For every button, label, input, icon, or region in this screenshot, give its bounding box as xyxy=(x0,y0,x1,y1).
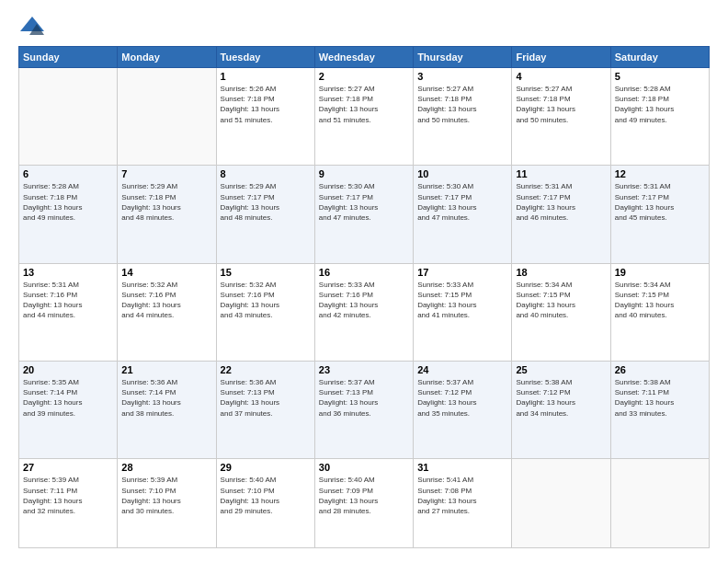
day-number: 2 xyxy=(319,71,409,82)
calendar-day-header: Sunday xyxy=(19,47,118,68)
calendar-cell: 19Sunrise: 5:34 AM Sunset: 7:15 PM Dayli… xyxy=(610,263,709,361)
calendar-day-header: Friday xyxy=(512,47,610,68)
day-info: Sunrise: 5:36 AM Sunset: 7:14 PM Dayligh… xyxy=(121,377,211,419)
calendar-cell: 29Sunrise: 5:40 AM Sunset: 7:10 PM Dayli… xyxy=(216,459,314,548)
calendar-cell: 21Sunrise: 5:36 AM Sunset: 7:14 PM Dayli… xyxy=(118,361,216,458)
day-info: Sunrise: 5:32 AM Sunset: 7:16 PM Dayligh… xyxy=(121,280,211,321)
day-number: 8 xyxy=(221,168,311,179)
day-info: Sunrise: 5:31 AM Sunset: 7:17 PM Dayligh… xyxy=(615,181,705,223)
day-info: Sunrise: 5:31 AM Sunset: 7:17 PM Dayligh… xyxy=(516,181,606,223)
day-info: Sunrise: 5:28 AM Sunset: 7:18 PM Dayligh… xyxy=(23,181,113,223)
calendar-cell: 23Sunrise: 5:37 AM Sunset: 7:13 PM Dayli… xyxy=(314,361,413,458)
day-info: Sunrise: 5:27 AM Sunset: 7:18 PM Dayligh… xyxy=(417,84,507,125)
day-number: 13 xyxy=(23,267,113,278)
day-number: 27 xyxy=(23,462,113,473)
calendar-week-row: 13Sunrise: 5:31 AM Sunset: 7:16 PM Dayli… xyxy=(19,263,710,361)
day-info: Sunrise: 5:27 AM Sunset: 7:18 PM Dayligh… xyxy=(319,84,409,125)
calendar-cell xyxy=(512,459,610,548)
day-info: Sunrise: 5:33 AM Sunset: 7:15 PM Dayligh… xyxy=(417,280,507,321)
calendar-cell: 6Sunrise: 5:28 AM Sunset: 7:18 PM Daylig… xyxy=(19,166,118,263)
day-number: 1 xyxy=(221,71,311,82)
day-info: Sunrise: 5:28 AM Sunset: 7:18 PM Dayligh… xyxy=(615,84,705,125)
day-number: 20 xyxy=(23,364,113,375)
day-number: 16 xyxy=(319,267,409,278)
day-info: Sunrise: 5:32 AM Sunset: 7:16 PM Dayligh… xyxy=(221,280,311,321)
calendar-day-header: Saturday xyxy=(610,47,709,68)
day-number: 19 xyxy=(615,267,705,278)
day-number: 30 xyxy=(319,462,409,473)
day-number: 21 xyxy=(121,364,211,375)
calendar-cell: 12Sunrise: 5:31 AM Sunset: 7:17 PM Dayli… xyxy=(610,166,709,263)
day-number: 3 xyxy=(417,71,507,82)
day-info: Sunrise: 5:29 AM Sunset: 7:18 PM Dayligh… xyxy=(121,181,211,223)
calendar-cell xyxy=(118,68,216,166)
header xyxy=(18,15,710,37)
calendar-cell: 25Sunrise: 5:38 AM Sunset: 7:12 PM Dayli… xyxy=(512,361,610,458)
day-info: Sunrise: 5:39 AM Sunset: 7:11 PM Dayligh… xyxy=(23,475,113,516)
calendar-cell: 20Sunrise: 5:35 AM Sunset: 7:14 PM Dayli… xyxy=(19,361,118,458)
calendar-cell: 27Sunrise: 5:39 AM Sunset: 7:11 PM Dayli… xyxy=(19,459,118,548)
day-number: 31 xyxy=(417,462,507,473)
calendar-header-row: SundayMondayTuesdayWednesdayThursdayFrid… xyxy=(19,47,710,68)
day-info: Sunrise: 5:41 AM Sunset: 7:08 PM Dayligh… xyxy=(417,475,507,516)
day-info: Sunrise: 5:30 AM Sunset: 7:17 PM Dayligh… xyxy=(319,181,409,223)
calendar-cell: 3Sunrise: 5:27 AM Sunset: 7:18 PM Daylig… xyxy=(414,68,512,166)
calendar-cell: 4Sunrise: 5:27 AM Sunset: 7:18 PM Daylig… xyxy=(512,68,610,166)
day-info: Sunrise: 5:26 AM Sunset: 7:18 PM Dayligh… xyxy=(221,84,311,125)
calendar-cell: 17Sunrise: 5:33 AM Sunset: 7:15 PM Dayli… xyxy=(414,263,512,361)
calendar-cell: 2Sunrise: 5:27 AM Sunset: 7:18 PM Daylig… xyxy=(314,68,413,166)
calendar-cell xyxy=(19,68,118,166)
day-number: 23 xyxy=(319,364,409,375)
day-info: Sunrise: 5:34 AM Sunset: 7:15 PM Dayligh… xyxy=(516,280,606,321)
calendar-cell: 1Sunrise: 5:26 AM Sunset: 7:18 PM Daylig… xyxy=(216,68,314,166)
calendar-week-row: 27Sunrise: 5:39 AM Sunset: 7:11 PM Dayli… xyxy=(19,459,710,548)
day-number: 25 xyxy=(516,364,606,375)
calendar-table: SundayMondayTuesdayWednesdayThursdayFrid… xyxy=(18,46,710,548)
calendar-day-header: Wednesday xyxy=(314,47,413,68)
calendar-week-row: 6Sunrise: 5:28 AM Sunset: 7:18 PM Daylig… xyxy=(19,166,710,263)
calendar-day-header: Thursday xyxy=(414,47,512,68)
calendar-cell: 10Sunrise: 5:30 AM Sunset: 7:17 PM Dayli… xyxy=(414,166,512,263)
logo-icon xyxy=(18,15,46,37)
day-number: 10 xyxy=(417,168,507,179)
day-info: Sunrise: 5:31 AM Sunset: 7:16 PM Dayligh… xyxy=(23,280,113,321)
calendar-week-row: 1Sunrise: 5:26 AM Sunset: 7:18 PM Daylig… xyxy=(19,68,710,166)
calendar-cell: 28Sunrise: 5:39 AM Sunset: 7:10 PM Dayli… xyxy=(118,459,216,548)
day-number: 5 xyxy=(615,71,705,82)
calendar-cell: 9Sunrise: 5:30 AM Sunset: 7:17 PM Daylig… xyxy=(314,166,413,263)
day-number: 4 xyxy=(516,71,606,82)
calendar-cell: 30Sunrise: 5:40 AM Sunset: 7:09 PM Dayli… xyxy=(314,459,413,548)
page: SundayMondayTuesdayWednesdayThursdayFrid… xyxy=(0,0,728,563)
day-number: 24 xyxy=(417,364,507,375)
calendar-cell: 8Sunrise: 5:29 AM Sunset: 7:17 PM Daylig… xyxy=(216,166,314,263)
day-number: 28 xyxy=(121,462,211,473)
day-info: Sunrise: 5:37 AM Sunset: 7:13 PM Dayligh… xyxy=(319,377,409,419)
svg-marker-0 xyxy=(20,17,44,31)
calendar-cell: 26Sunrise: 5:38 AM Sunset: 7:11 PM Dayli… xyxy=(610,361,709,458)
calendar-cell: 5Sunrise: 5:28 AM Sunset: 7:18 PM Daylig… xyxy=(610,68,709,166)
day-number: 9 xyxy=(319,168,409,179)
day-number: 14 xyxy=(121,267,211,278)
day-info: Sunrise: 5:27 AM Sunset: 7:18 PM Dayligh… xyxy=(516,84,606,125)
day-number: 11 xyxy=(516,168,606,179)
calendar-day-header: Tuesday xyxy=(216,47,314,68)
day-number: 6 xyxy=(23,168,113,179)
calendar-cell: 24Sunrise: 5:37 AM Sunset: 7:12 PM Dayli… xyxy=(414,361,512,458)
calendar-cell xyxy=(610,459,709,548)
day-info: Sunrise: 5:38 AM Sunset: 7:11 PM Dayligh… xyxy=(615,377,705,419)
calendar-cell: 18Sunrise: 5:34 AM Sunset: 7:15 PM Dayli… xyxy=(512,263,610,361)
day-number: 29 xyxy=(221,462,311,473)
calendar-week-row: 20Sunrise: 5:35 AM Sunset: 7:14 PM Dayli… xyxy=(19,361,710,458)
day-number: 15 xyxy=(221,267,311,278)
calendar-cell: 11Sunrise: 5:31 AM Sunset: 7:17 PM Dayli… xyxy=(512,166,610,263)
day-info: Sunrise: 5:30 AM Sunset: 7:17 PM Dayligh… xyxy=(417,181,507,223)
day-number: 18 xyxy=(516,267,606,278)
day-info: Sunrise: 5:38 AM Sunset: 7:12 PM Dayligh… xyxy=(516,377,606,419)
calendar-cell: 13Sunrise: 5:31 AM Sunset: 7:16 PM Dayli… xyxy=(19,263,118,361)
calendar-cell: 31Sunrise: 5:41 AM Sunset: 7:08 PM Dayli… xyxy=(414,459,512,548)
day-number: 12 xyxy=(615,168,705,179)
day-info: Sunrise: 5:29 AM Sunset: 7:17 PM Dayligh… xyxy=(221,181,311,223)
calendar-day-header: Monday xyxy=(118,47,216,68)
day-number: 22 xyxy=(221,364,311,375)
logo xyxy=(18,15,50,37)
